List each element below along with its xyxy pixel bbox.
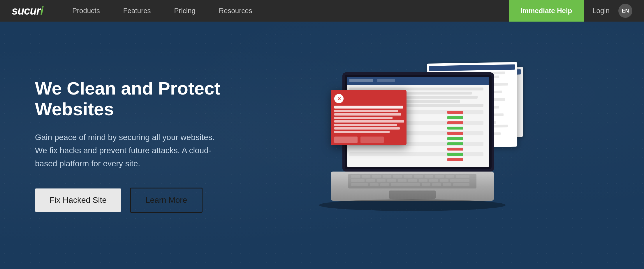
svg-rect-89	[380, 183, 389, 186]
svg-rect-95	[389, 191, 436, 199]
svg-text:✕: ✕	[337, 96, 341, 101]
logo[interactable]: sucuri	[12, 5, 43, 17]
svg-rect-88	[370, 183, 379, 186]
svg-rect-84	[429, 179, 438, 182]
svg-rect-100	[334, 106, 403, 109]
svg-rect-108	[334, 137, 358, 143]
hero-subtitle: Gain peace of mind by securing all your …	[35, 131, 216, 170]
nav-link-features[interactable]: Features	[112, 0, 163, 22]
navbar: sucuri Products Features Pricing Resourc…	[0, 0, 644, 22]
svg-rect-90	[391, 183, 420, 186]
svg-rect-91	[422, 183, 430, 186]
svg-rect-93	[443, 183, 451, 186]
svg-rect-61	[447, 153, 463, 156]
svg-rect-72	[414, 175, 423, 178]
svg-rect-102	[334, 113, 401, 116]
hero-buttons: Fix Hacked Site Learn More	[35, 188, 239, 213]
svg-rect-104	[334, 120, 404, 123]
svg-rect-70	[393, 175, 402, 178]
svg-rect-67	[362, 175, 370, 178]
nav-link-resources[interactable]: Resources	[207, 0, 264, 22]
nav-link-pricing[interactable]: Pricing	[162, 0, 207, 22]
svg-rect-83	[419, 179, 427, 182]
svg-rect-80	[387, 179, 396, 182]
hero-content: We Clean and Protect Websites Gain peace…	[35, 78, 239, 213]
svg-rect-103	[334, 117, 393, 119]
hero-illustration: ✕	[239, 58, 609, 233]
svg-rect-57	[447, 142, 463, 145]
nav-links: Products Features Pricing Resources	[61, 0, 509, 22]
svg-rect-86	[450, 179, 469, 182]
login-button[interactable]: Login	[584, 0, 618, 22]
svg-rect-51	[447, 127, 463, 130]
svg-rect-59	[447, 148, 463, 151]
svg-rect-106	[334, 127, 400, 130]
language-selector[interactable]: EN	[618, 4, 632, 18]
svg-rect-47	[447, 116, 463, 119]
svg-rect-78	[366, 179, 375, 182]
svg-rect-81	[398, 179, 407, 182]
svg-rect-85	[440, 179, 448, 182]
svg-rect-69	[383, 175, 391, 178]
svg-rect-76	[456, 175, 469, 178]
immediate-help-button[interactable]: Immediate Help	[509, 0, 584, 22]
svg-rect-45	[447, 111, 463, 114]
hero-section: We Clean and Protect Websites Gain peace…	[0, 22, 644, 269]
learn-more-button[interactable]: Learn More	[130, 188, 203, 213]
svg-rect-68	[372, 175, 381, 178]
svg-rect-79	[377, 179, 386, 182]
svg-rect-49	[447, 121, 463, 124]
fix-hacked-site-button[interactable]: Fix Hacked Site	[35, 188, 121, 212]
svg-rect-109	[360, 137, 384, 143]
svg-rect-77	[351, 179, 365, 182]
svg-rect-107	[334, 131, 390, 133]
svg-rect-37	[349, 79, 373, 82]
svg-rect-38	[377, 79, 395, 82]
hero-title: We Clean and Protect Websites	[35, 78, 239, 120]
laptop-illustration: ✕	[239, 61, 609, 230]
svg-rect-73	[425, 175, 433, 178]
svg-rect-94	[453, 183, 469, 186]
svg-rect-101	[334, 110, 398, 112]
svg-rect-105	[334, 124, 397, 126]
svg-rect-82	[408, 179, 417, 182]
svg-rect-74	[435, 175, 444, 178]
svg-rect-55	[447, 137, 463, 140]
svg-rect-53	[447, 132, 463, 135]
logo-text: sucuri	[12, 5, 43, 17]
svg-rect-92	[432, 183, 441, 186]
svg-rect-71	[404, 175, 412, 178]
svg-rect-75	[446, 175, 454, 178]
svg-rect-66	[351, 175, 360, 178]
svg-rect-87	[351, 183, 368, 186]
svg-point-96	[319, 199, 506, 211]
nav-link-products[interactable]: Products	[61, 0, 112, 22]
svg-rect-63	[447, 158, 463, 161]
